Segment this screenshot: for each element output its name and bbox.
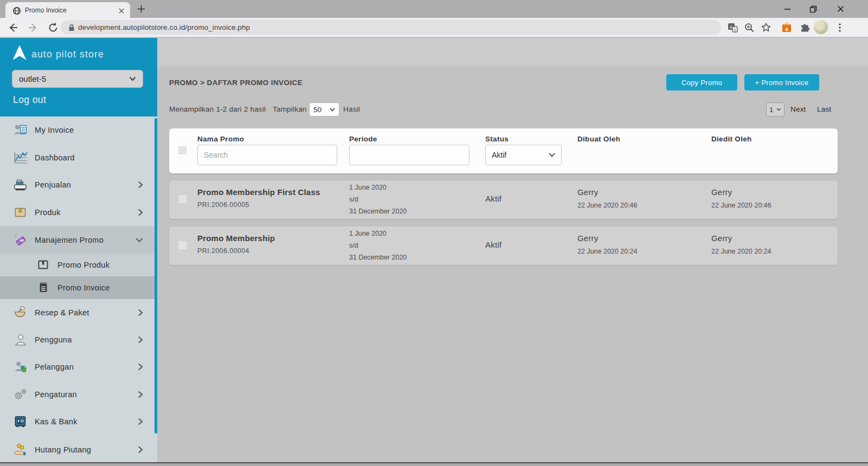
user-icon: [13, 333, 28, 347]
tab-title: Promo Invoice: [25, 7, 67, 14]
period-start: 1 June 2020: [349, 230, 387, 237]
add-promo-invoice-button[interactable]: + Promo Invoice: [744, 74, 819, 90]
mortar-icon: [13, 306, 28, 320]
edited-by: Gerry: [711, 187, 732, 197]
logout-link[interactable]: Log out: [13, 94, 46, 106]
back-icon[interactable]: [7, 22, 19, 34]
restore-icon[interactable]: [801, 0, 826, 18]
sidebar-item-produk[interactable]: Produk: [0, 199, 157, 226]
pagination-next[interactable]: Next: [790, 105, 806, 113]
minimize-icon[interactable]: [775, 0, 800, 18]
sidebar-item-dashboard[interactable]: Dashboard: [0, 144, 157, 171]
box-icon: [13, 205, 28, 219]
row-checkbox[interactable]: [178, 241, 187, 249]
browser-tab[interactable]: Promo Invoice: [5, 2, 130, 18]
sidebar-item-label: Manajemen Promo: [35, 236, 104, 244]
sidebar-item-pengaturan[interactable]: Pengaturan: [0, 381, 157, 408]
sidebar-item-promo-produk[interactable]: Promo Produk: [0, 254, 157, 276]
menu-dots-icon[interactable]: [834, 22, 846, 34]
page-size-select[interactable]: 50: [309, 102, 339, 116]
status-value: Aktif: [485, 240, 501, 249]
browser-window: Promo Invoice: [0, 0, 868, 466]
select-all-checkbox[interactable]: [178, 146, 187, 154]
sidebar-item-penjualan[interactable]: Penjualan: [0, 171, 157, 198]
sidebar-item-my-invoice[interactable]: My Invoice: [0, 116, 157, 144]
sidebar-item-label: Pengguna: [35, 335, 72, 344]
outlet-selector[interactable]: outlet-5: [12, 70, 143, 88]
url-text: development.autopilotstore.co.id/promo_i…: [78, 23, 250, 31]
sidebar-item-pelanggan[interactable]: Pelanggan: [0, 353, 157, 380]
chevron-right-icon: [138, 446, 143, 454]
status-filter-value: Aktif: [492, 151, 506, 159]
invoice-person-icon: [13, 123, 28, 137]
promo-name[interactable]: Promo Membership: [197, 234, 275, 243]
chevron-right-icon: [138, 363, 143, 371]
row-checkbox[interactable]: [178, 195, 187, 203]
promo-code: PRI.2006.00004: [197, 247, 249, 255]
tab-close-icon[interactable]: [117, 7, 126, 15]
sidebar-item-label: Promo Invoice: [57, 283, 110, 292]
browser-toolbar: development.autopilotstore.co.id/promo_i…: [0, 18, 868, 37]
sidebar-header: auto pilot store outlet-5 Log out: [0, 38, 157, 116]
svg-text:a: a: [730, 24, 732, 30]
address-bar[interactable]: development.autopilotstore.co.id/promo_i…: [61, 20, 721, 35]
lock-icon: [68, 24, 75, 31]
sidebar-item-hutang-piutang[interactable]: Hutang Piutang: [0, 436, 157, 463]
breadcrumb: PROMO > DAFTAR PROMO INVOICE: [169, 79, 303, 87]
sidebar-item-promo-invoice[interactable]: Promo Invoice: [0, 276, 157, 299]
page-number-select[interactable]: 1: [766, 102, 785, 116]
globe-icon: [12, 7, 21, 15]
zoom-icon[interactable]: [743, 22, 755, 34]
translate-icon[interactable]: a x: [726, 22, 738, 34]
hasil-label: Hasil: [343, 105, 360, 113]
table-row[interactable]: Promo Membership First Class PRI.2006.00…: [169, 180, 838, 219]
sidebar-item-label: Penjualan: [35, 180, 71, 189]
edited-at: 22 June 2020 20:24: [711, 248, 771, 255]
chevron-right-icon: [138, 309, 143, 316]
pagination-last[interactable]: Last: [817, 105, 831, 113]
periode-filter-input[interactable]: [349, 145, 470, 165]
sidebar-item-pengguna[interactable]: Pengguna: [0, 326, 157, 353]
column-header-diedit-oleh: Diedit Oleh: [711, 135, 752, 143]
sidebar-item-kas-bank[interactable]: Kas & Bank: [0, 408, 157, 435]
chevron-right-icon: [138, 181, 143, 189]
sidebar-item-resep-paket[interactable]: Resep & Paket: [0, 299, 157, 326]
page-size-value: 50: [313, 106, 322, 114]
reload-icon[interactable]: [47, 22, 59, 34]
nama-promo-search-input[interactable]: [197, 145, 337, 165]
sidebar-item-label: My Invoice: [35, 126, 74, 134]
table-row[interactable]: Promo Membership PRI.2006.00004 1 June 2…: [169, 226, 838, 265]
svg-text:x: x: [734, 27, 736, 32]
shop-extension-icon[interactable]: a: [781, 22, 793, 34]
sidebar-item-label: Hutang Piutang: [35, 445, 91, 454]
sidebar-item-manajemen-promo[interactable]: % Manajemen Promo: [0, 226, 157, 254]
outlet-selector-value: outlet-5: [19, 74, 46, 83]
sidebar-item-label: Pelanggan: [35, 363, 74, 371]
created-by: Gerry: [577, 234, 599, 243]
window-close-icon[interactable]: [828, 0, 853, 18]
copy-promo-button[interactable]: Copy Promo: [666, 74, 737, 90]
chevron-down-icon: [330, 108, 335, 112]
chart-icon: [13, 151, 28, 165]
star-icon[interactable]: [760, 22, 772, 34]
chevron-right-icon: [138, 336, 143, 344]
sidebar-item-label: Dashboard: [35, 153, 75, 162]
forward-icon[interactable]: [27, 22, 39, 34]
promo-code: PRI.2006.00005: [197, 201, 249, 209]
promo-box-icon: [36, 258, 51, 272]
new-tab-icon[interactable]: [137, 4, 146, 14]
column-header-status: Status: [485, 135, 509, 143]
profile-avatar[interactable]: [814, 20, 828, 34]
column-header-periode: Periode: [349, 135, 377, 143]
promo-name[interactable]: Promo Membership First Class: [197, 187, 320, 197]
extensions-puzzle-icon[interactable]: [799, 22, 811, 34]
status-filter-select[interactable]: Aktif: [485, 145, 562, 165]
column-header-nama-promo: Nama Promo: [197, 135, 244, 143]
sidebar-item-label: Promo Produk: [57, 261, 110, 269]
brand-name: auto pilot store: [31, 49, 104, 60]
page-top-strip: [157, 38, 868, 67]
created-at: 22 June 2020 20:46: [577, 202, 638, 209]
sidebar-item-label: Kas & Bank: [35, 417, 78, 426]
edited-at: 22 June 2020 20:46: [711, 202, 771, 209]
chevron-down-icon: [129, 76, 136, 81]
